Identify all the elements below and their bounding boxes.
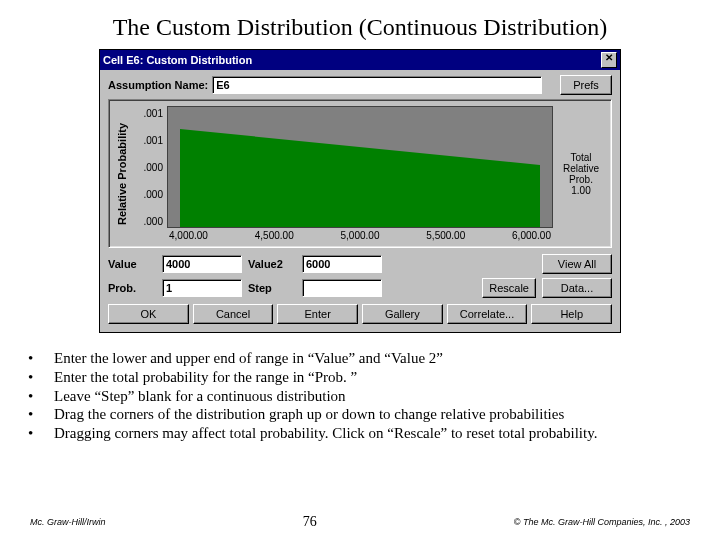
slide-title: The Custom Distribution (Continuous Dist…: [0, 0, 720, 49]
enter-button[interactable]: Enter: [277, 304, 358, 324]
assumption-name-label: Assumption Name:: [108, 79, 208, 91]
bullet-list: •Enter the lower and upper end of range …: [28, 349, 700, 443]
footer-left: Mc. Graw-Hill/Irwin: [30, 517, 106, 527]
footer-right: © The Mc. Graw-Hill Companies, Inc. , 20…: [514, 517, 690, 527]
cancel-button[interactable]: Cancel: [193, 304, 274, 324]
svg-marker-0: [180, 129, 541, 227]
y-axis-label: Relative Probability: [115, 106, 129, 241]
titlebar: Cell E6: Custom Distribution ✕: [100, 50, 620, 70]
help-button[interactable]: Help: [531, 304, 612, 324]
ok-button[interactable]: OK: [108, 304, 189, 324]
list-item: •Drag the corners of the distribution gr…: [28, 405, 700, 424]
total-prob-readout: Total Relative Prob. 1.00: [553, 106, 605, 241]
step-field[interactable]: [302, 279, 382, 297]
correlate-button[interactable]: Correlate...: [447, 304, 528, 324]
custom-distribution-dialog: Cell E6: Custom Distribution ✕ Assumptio…: [99, 49, 621, 333]
gallery-button[interactable]: Gallery: [362, 304, 443, 324]
page-number: 76: [303, 514, 317, 530]
list-item: •Dragging corners may affect total proba…: [28, 424, 700, 443]
x-axis-ticks: 4,000.00 4,500.00 5,000.00 5,500.00 6,00…: [167, 228, 553, 241]
titlebar-text: Cell E6: Custom Distribution: [103, 54, 252, 66]
rescale-button[interactable]: Rescale: [482, 278, 536, 298]
prob-field[interactable]: 1: [162, 279, 242, 297]
value-field[interactable]: 4000: [162, 255, 242, 273]
y-axis-ticks: .001 .001 .000 .000 .000: [129, 106, 167, 241]
list-item: •Enter the total probability for the ran…: [28, 368, 700, 387]
assumption-name-field[interactable]: E6: [212, 76, 542, 94]
view-all-button[interactable]: View All: [542, 254, 612, 274]
value2-label: Value2: [248, 258, 296, 270]
list-item: •Leave “Step” blank for a continuous dis…: [28, 387, 700, 406]
data-button[interactable]: Data...: [542, 278, 612, 298]
list-item: •Enter the lower and upper end of range …: [28, 349, 700, 368]
value-label: Value: [108, 258, 156, 270]
prefs-button[interactable]: Prefs: [560, 75, 612, 95]
prob-label: Prob.: [108, 282, 156, 294]
step-label: Step: [248, 282, 296, 294]
distribution-plot[interactable]: [167, 106, 553, 228]
value2-field[interactable]: 6000: [302, 255, 382, 273]
close-icon[interactable]: ✕: [601, 52, 617, 68]
chart-panel: Relative Probability .001 .001 .000 .000…: [108, 99, 612, 248]
